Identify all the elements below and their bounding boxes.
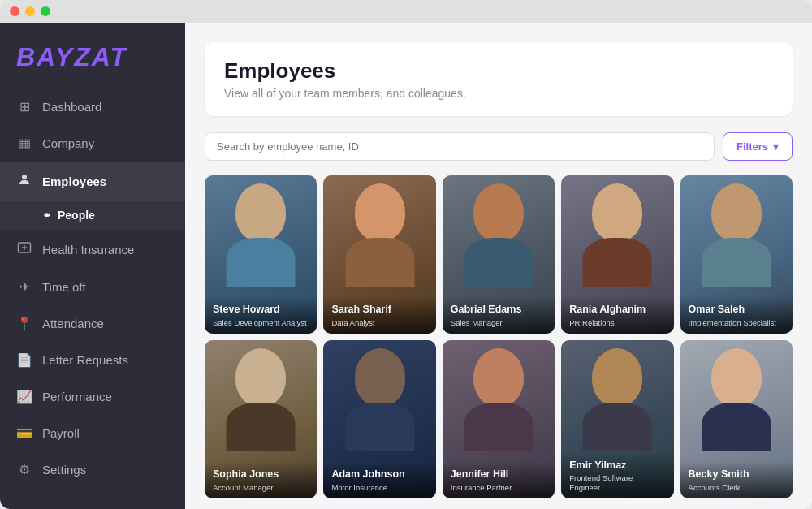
- sidebar-item-people[interactable]: ⚭ People: [0, 201, 185, 230]
- logo: BAYZAT: [0, 23, 185, 88]
- app-body: BAYZAT ⊞ Dashboard ▦ Company: [0, 23, 812, 509]
- sidebar-nav: ⊞ Dashboard ▦ Company Employees ⚭: [0, 88, 185, 496]
- employee-card[interactable]: Becky Smith Accounts Clerk: [680, 340, 793, 498]
- employee-name: Sarah Sharif: [331, 303, 427, 316]
- minimize-button[interactable]: [25, 6, 35, 16]
- sidebar-item-people-label: People: [58, 209, 95, 222]
- sidebar-item-performance-label: Performance: [42, 390, 112, 403]
- employee-card[interactable]: Steve Howard Sales Development Analyst: [205, 175, 317, 334]
- employee-card[interactable]: Emir Yilmaz Frontend Software Engineer: [561, 340, 673, 498]
- performance-icon: 📈: [16, 389, 32, 404]
- page-subtitle: View all of your team members, and colle…: [224, 87, 773, 100]
- employee-role: Account Manager: [213, 483, 309, 492]
- employee-card[interactable]: Gabrial Edams Sales Manager: [443, 175, 555, 334]
- sidebar-item-time-off-label: Time off: [42, 280, 85, 294]
- employee-role: Insurance Partner: [451, 483, 546, 492]
- letter-requests-icon: 📄: [16, 352, 32, 368]
- employee-role: Sales Manager: [451, 318, 546, 327]
- employee-name: Jennifer Hill: [451, 468, 546, 481]
- company-icon: ▦: [16, 136, 32, 151]
- payroll-icon: 💳: [16, 425, 32, 441]
- employee-card[interactable]: Jennifer Hill Insurance Partner: [443, 340, 555, 498]
- sidebar-item-letter-requests-label: Letter Requests: [42, 353, 128, 367]
- sidebar-item-dashboard-label: Dashboard: [42, 100, 102, 114]
- sidebar-item-performance[interactable]: 📈 Performance: [0, 378, 185, 415]
- chevron-down-icon: ▾: [773, 140, 779, 153]
- search-filter-row: Filters ▾: [205, 132, 793, 161]
- sidebar-item-dashboard[interactable]: ⊞ Dashboard: [0, 88, 185, 125]
- dashboard-icon: ⊞: [16, 99, 32, 114]
- sidebar-item-health-insurance[interactable]: Health Insurance: [0, 230, 185, 269]
- filter-label: Filters: [736, 140, 768, 153]
- titlebar: [0, 0, 812, 23]
- filter-button[interactable]: Filters ▾: [723, 132, 793, 161]
- search-input-wrap: [205, 132, 715, 161]
- sidebar-item-employees-label: Employees: [42, 175, 106, 188]
- sidebar-item-employees[interactable]: Employees: [0, 162, 185, 201]
- sidebar-item-attendance[interactable]: 📍 Attendance: [0, 305, 185, 342]
- sidebar-item-letter-requests[interactable]: 📄 Letter Requests: [0, 342, 185, 378]
- close-button[interactable]: [10, 6, 19, 16]
- employee-name: Omar Saleh: [689, 303, 784, 316]
- people-icon: ⚭: [42, 209, 51, 222]
- employee-role: Frontend Software Engineer: [569, 473, 665, 492]
- logo-text: BAYZAT: [16, 42, 127, 71]
- employee-name: Adam Johnson: [331, 468, 427, 481]
- employee-card[interactable]: Rania Alghanim PR Relations: [561, 175, 673, 334]
- settings-icon: ⚙: [16, 462, 32, 477]
- employee-grid: Steve Howard Sales Development Analyst S…: [205, 175, 793, 498]
- employee-card[interactable]: Adam Johnson Motor Insurance: [323, 340, 435, 498]
- employee-name: Emir Yilmaz: [569, 459, 665, 472]
- app-window: BAYZAT ⊞ Dashboard ▦ Company: [0, 0, 812, 509]
- employee-role: Motor Insurance: [331, 483, 427, 492]
- page-title: Employees: [224, 58, 773, 84]
- employee-card[interactable]: Sarah Sharif Data Analyst: [323, 175, 435, 334]
- sidebar-item-payroll-label: Payroll: [42, 426, 80, 440]
- employee-name: Sophia Jones: [213, 468, 309, 481]
- search-input[interactable]: [205, 132, 715, 161]
- employee-role: PR Relations: [569, 318, 665, 327]
- sidebar: BAYZAT ⊞ Dashboard ▦ Company: [0, 23, 185, 509]
- employee-name: Steve Howard: [213, 303, 309, 316]
- health-insurance-icon: [16, 240, 32, 258]
- sidebar-item-company[interactable]: ▦ Company: [0, 125, 185, 162]
- maximize-button[interactable]: [41, 6, 50, 16]
- attendance-icon: 📍: [16, 316, 32, 331]
- time-off-icon: ✈: [16, 279, 32, 295]
- svg-point-0: [22, 175, 27, 179]
- employees-icon: [16, 172, 32, 190]
- employee-name: Rania Alghanim: [569, 303, 665, 316]
- employee-role: Sales Development Analyst: [213, 318, 309, 327]
- sidebar-item-settings[interactable]: ⚙ Settings: [0, 451, 185, 488]
- sidebar-item-company-label: Company: [42, 136, 94, 150]
- sidebar-item-payroll[interactable]: 💳 Payroll: [0, 415, 185, 451]
- main-content: Employees View all of your team members,…: [185, 23, 812, 509]
- sidebar-item-health-insurance-label: Health Insurance: [42, 243, 134, 257]
- employee-role: Implementation Specialist: [689, 318, 784, 327]
- sidebar-item-time-off[interactable]: ✈ Time off: [0, 269, 185, 305]
- employee-role: Accounts Clerk: [689, 483, 784, 492]
- employee-card[interactable]: Sophia Jones Account Manager: [205, 340, 317, 498]
- sidebar-item-attendance-label: Attendance: [42, 317, 104, 330]
- employee-name: Gabrial Edams: [451, 303, 546, 316]
- employee-role: Data Analyst: [331, 318, 427, 327]
- employee-card[interactable]: Omar Saleh Implementation Specialist: [680, 175, 793, 334]
- page-header: Employees View all of your team members,…: [205, 42, 793, 116]
- employee-name: Becky Smith: [689, 468, 784, 481]
- sidebar-item-settings-label: Settings: [42, 463, 86, 477]
